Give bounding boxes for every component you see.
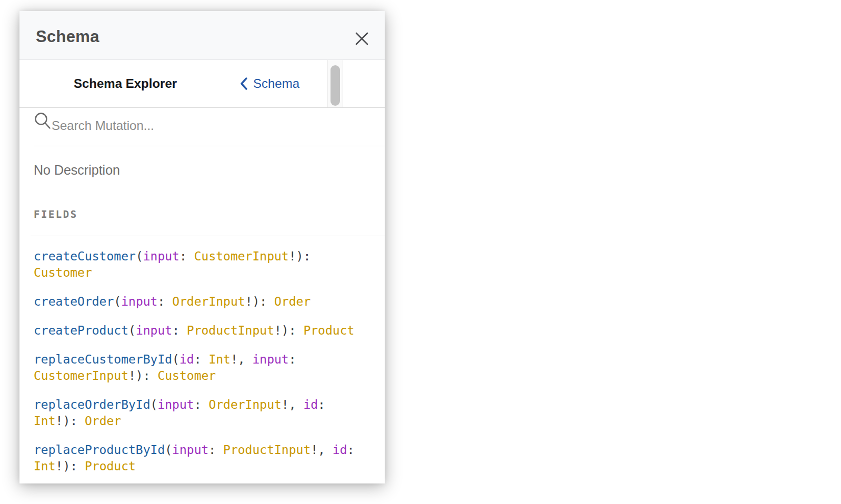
code-token: input (252, 352, 288, 366)
code-token: : (194, 352, 209, 366)
scrollbar-track[interactable] (327, 60, 343, 107)
field-entry[interactable]: createCustomer(input: CustomerInput!): C… (34, 248, 359, 281)
field-link[interactable]: replaceOrderById (34, 398, 151, 411)
code-token: : (347, 443, 354, 457)
back-link-label: Schema (253, 76, 299, 91)
field-link[interactable]: replaceProductById (34, 443, 165, 457)
field-entry[interactable]: createOrder(input: OrderInput!): Order (34, 294, 359, 310)
code-token: ( (165, 443, 172, 457)
field-link[interactable]: createOrder (34, 295, 114, 308)
search-row (19, 108, 385, 146)
field-entry[interactable]: replaceCustomerById(id: Int!, input: Cus… (34, 351, 359, 384)
code-token: Product (85, 459, 136, 473)
code-token: !, (311, 443, 333, 457)
back-to-schema-link[interactable]: Schema (239, 76, 299, 91)
field-entry[interactable]: createProduct(input: ProductInput!): Pro… (34, 322, 359, 339)
code-token: OrderInput (208, 398, 281, 411)
code-token: Int (34, 459, 56, 473)
code-token: : (172, 324, 187, 337)
code-token: ( (136, 249, 143, 263)
code-token: ( (114, 295, 121, 308)
code-token: CustomerInput (194, 249, 289, 263)
field-link[interactable]: createProduct (34, 324, 128, 337)
schema-flyout-panel: Schema Schema Explorer Schema (19, 11, 385, 483)
code-token: input (172, 443, 208, 457)
code-token: input (121, 295, 157, 308)
code-token: input (143, 249, 179, 263)
code-token: !, (231, 352, 253, 366)
code-token: ( (151, 398, 158, 411)
explorer-nav-row: Schema Explorer Schema (19, 60, 385, 108)
code-token: id (179, 352, 194, 366)
scrollbar-thumb[interactable] (331, 65, 340, 106)
field-entry[interactable]: replaceProductById(input: ProductInput!,… (34, 442, 359, 475)
chevron-left-icon (239, 77, 248, 90)
close-icon (355, 32, 369, 46)
code-token: ProductInput (187, 324, 274, 337)
code-token: id (303, 398, 318, 411)
field-entry[interactable]: replaceOrderById(input: OrderInput!, id:… (34, 397, 359, 429)
code-token: Order (85, 414, 121, 428)
code-token: : (318, 398, 325, 411)
field-link[interactable]: replaceCustomerById (34, 352, 172, 366)
fields-label: FIELDS (34, 208, 78, 220)
code-token: ( (128, 324, 136, 337)
fields-section-header: FIELDS (31, 208, 385, 236)
code-token: input (136, 324, 172, 337)
code-token: !): (56, 459, 85, 473)
code-token: : (179, 249, 194, 263)
code-token: Int (208, 352, 231, 366)
flyout-header: Schema (19, 11, 385, 60)
code-token: Customer (34, 266, 92, 279)
close-button[interactable] (351, 28, 372, 49)
code-token: ProductInput (223, 443, 311, 457)
code-token: Order (274, 295, 311, 308)
code-token: Int (34, 414, 56, 428)
search-underline (34, 146, 385, 146)
code-token: CustomerInput (34, 369, 128, 382)
code-token: : (208, 443, 223, 457)
code-token: OrderInput (172, 295, 245, 308)
code-token: : (289, 352, 296, 366)
code-token: !): (245, 295, 274, 308)
code-token: Customer (157, 369, 216, 382)
code-token: Product (303, 324, 354, 337)
code-token: !): (56, 414, 85, 428)
code-token: : (157, 295, 172, 308)
description-text: No Description (34, 161, 385, 179)
page-background: Schema Schema Explorer Schema (0, 0, 841, 504)
panel-title: Schema (36, 27, 99, 46)
search-icon (34, 112, 52, 132)
code-token: !): (274, 324, 303, 337)
explorer-title: Schema Explorer (74, 76, 177, 91)
search-input[interactable] (52, 118, 320, 133)
code-token: ( (172, 352, 179, 366)
code-token: id (333, 443, 347, 457)
code-token: !): (128, 369, 157, 382)
fields-list: createCustomer(input: CustomerInput!): C… (19, 236, 385, 491)
field-link[interactable]: createCustomer (34, 249, 136, 263)
code-token: !, (282, 398, 304, 411)
code-token: input (157, 398, 194, 411)
code-token: : (194, 398, 209, 411)
code-token: !): (289, 249, 311, 263)
